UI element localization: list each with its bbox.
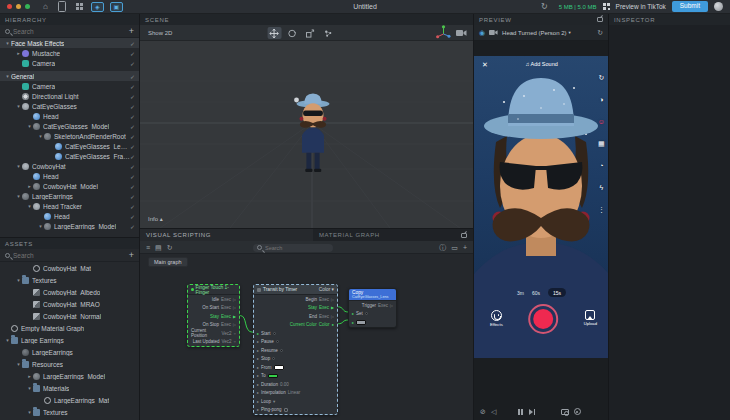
node-list-icon[interactable]: ≡ (146, 241, 150, 254)
visibility-check-icon[interactable]: ✓ (130, 143, 139, 150)
popout-icon[interactable] (597, 17, 603, 22)
visibility-check-icon[interactable]: ✓ (130, 60, 139, 67)
expander-icon[interactable]: ▾ (15, 361, 22, 367)
add-sound-button[interactable]: ♫ Add Sound (525, 61, 558, 67)
tree-row[interactable]: ▾General✓ (0, 71, 139, 81)
expander-icon[interactable]: ▾ (4, 40, 11, 46)
fit-view-icon[interactable]: ▭ (451, 241, 458, 254)
expander-icon[interactable]: ▸ (26, 373, 33, 379)
visibility-check-icon[interactable]: ✓ (130, 153, 139, 160)
filters-icon[interactable]: ▦ (598, 140, 605, 148)
graph-refresh-icon[interactable]: ↻ (167, 241, 173, 254)
orientation-gizmo[interactable] (435, 25, 452, 40)
input-port-icon[interactable]: ▸ (257, 407, 259, 412)
tree-row[interactable]: CowboyHat_Mat (0, 262, 139, 274)
input-port-icon[interactable]: ▸ (257, 356, 259, 361)
visibility-check-icon[interactable]: ✓ (130, 203, 139, 210)
visibility-check-icon[interactable]: ✓ (130, 93, 139, 100)
value-field[interactable]: 0.00 (280, 382, 289, 387)
scene-camera-icon[interactable] (456, 29, 467, 37)
pivot-tool-icon[interactable] (321, 27, 335, 39)
flash-icon[interactable]: ϟ (600, 184, 604, 192)
graph-search-input[interactable] (265, 245, 329, 251)
exec-port-icon[interactable]: ▷ (233, 305, 236, 310)
input-port-icon[interactable]: ▸ (257, 390, 259, 395)
exec-port-icon[interactable]: ▷ (233, 297, 236, 302)
subgraph-icon[interactable]: ▤ (155, 241, 162, 254)
step-forward-icon[interactable] (529, 409, 535, 415)
color-swatch[interactable] (274, 365, 284, 370)
node-transit-by-timer[interactable]: Transit by Timer Color ▾ BeginExec▷StayE… (253, 284, 338, 415)
expander-icon[interactable]: ▾ (15, 163, 22, 169)
tab-material-graph[interactable]: MATERIAL GRAPH (313, 229, 473, 241)
move-tool-icon[interactable] (267, 27, 281, 39)
input-port-icon[interactable]: ▸ (257, 348, 259, 353)
expander-icon[interactable]: ▾ (4, 73, 11, 79)
flip-camera-icon[interactable]: ↻ (598, 74, 604, 82)
scene-viewport[interactable]: Info ▴ (140, 41, 473, 228)
expander-icon[interactable]: ▾ (15, 103, 22, 109)
exec-port-icon[interactable]: ○ (234, 331, 236, 336)
submit-button[interactable]: Submit (672, 1, 708, 12)
input-port-icon[interactable]: ▸ (257, 331, 259, 336)
screenshot-icon[interactable] (561, 409, 569, 415)
tree-row[interactable]: CatEyeGlasses_Frame_Mesh✓ (0, 151, 139, 161)
exec-port-icon[interactable]: ▷ (331, 297, 334, 302)
scale-tool-icon[interactable] (303, 27, 317, 39)
tree-row[interactable]: LargeEarrings_Mat (0, 394, 139, 406)
exec-port-icon[interactable]: ● (332, 322, 334, 327)
tree-row[interactable]: CowboyHat_Albedo (0, 286, 139, 298)
tree-row[interactable]: ▾Textures (0, 406, 139, 418)
dropdown-icon[interactable]: ▾ (273, 399, 275, 404)
more-icon[interactable]: ⋮ (598, 206, 605, 214)
input-port-icon[interactable]: ▸ (352, 311, 354, 316)
tree-row[interactable]: ▾Resources (0, 358, 139, 370)
rotate-tool-icon[interactable] (285, 27, 299, 39)
add-node-icon[interactable]: + (463, 241, 467, 254)
tree-row[interactable]: ▾Head Tracker✓ (0, 201, 139, 211)
tree-row[interactable]: CowboyHat_Normal (0, 310, 139, 322)
tree-row[interactable]: LargeEarrings (0, 346, 139, 358)
color-swatch[interactable] (268, 374, 278, 379)
record-preview-icon[interactable] (574, 408, 581, 415)
input-port-icon[interactable]: ▸ (257, 365, 259, 370)
exec-port-icon[interactable]: ▶ (331, 305, 334, 310)
close-icon[interactable]: ✕ (482, 61, 488, 69)
add-asset-button[interactable]: + (129, 250, 134, 260)
show-2d-toggle[interactable]: Show 2D (140, 30, 172, 36)
tree-row[interactable]: CowboyHat_MRAO (0, 298, 139, 310)
capture-camera-icon[interactable] (489, 29, 498, 36)
preview-in-tiktok-button[interactable]: Preview in TikTok (616, 3, 666, 10)
hierarchy-search-input[interactable] (13, 28, 129, 35)
exec-port-icon[interactable]: ▷ (331, 314, 334, 319)
close-window-icon[interactable] (7, 4, 12, 9)
node-copy[interactable]: Copy CatEyeGlasses_Lens TriggerExec▷ ▸Se… (348, 288, 397, 328)
visual-scripting-toggle-icon[interactable]: ◈ (91, 2, 104, 12)
popout-icon[interactable] (461, 233, 467, 238)
graph-info-icon[interactable]: ⓘ (439, 241, 446, 254)
time-option[interactable]: 15s (548, 288, 566, 297)
effects-button[interactable]: Effects (490, 310, 503, 327)
beautify-icon[interactable]: ☺ (598, 118, 605, 126)
expander-icon[interactable]: ▾ (37, 133, 44, 139)
minimize-window-icon[interactable] (16, 4, 21, 9)
maximize-window-icon[interactable] (25, 4, 30, 9)
tree-row[interactable]: Directional Light✓ (0, 91, 139, 101)
expander-icon[interactable]: ▾ (26, 385, 33, 391)
color-swatch[interactable] (356, 320, 366, 325)
audio-mute-icon[interactable]: ◁ (491, 408, 496, 416)
tree-row[interactable]: ▾CatEyeGlasses✓ (0, 101, 139, 111)
tree-row[interactable]: ▾CowboyHat✓ (0, 161, 139, 171)
panels-layout-toggle-icon[interactable]: ▣ (110, 2, 123, 12)
expander-icon[interactable]: ▾ (26, 203, 33, 209)
visibility-check-icon[interactable]: ✓ (130, 50, 139, 57)
visibility-check-icon[interactable]: ✓ (130, 213, 139, 220)
tree-row[interactable]: Head✓ (0, 171, 139, 181)
exec-port-icon[interactable]: ▷ (390, 303, 393, 308)
visibility-check-icon[interactable]: ✓ (130, 163, 139, 170)
reset-preview-icon[interactable]: ⊘ (480, 408, 486, 416)
visibility-check-icon[interactable]: ✓ (130, 73, 139, 80)
user-avatar[interactable] (714, 2, 723, 11)
node-finger-touch[interactable]: Finger Touch 1-Finger IdleExec▷On StartE… (187, 284, 240, 347)
time-option[interactable]: 3m (517, 290, 524, 296)
